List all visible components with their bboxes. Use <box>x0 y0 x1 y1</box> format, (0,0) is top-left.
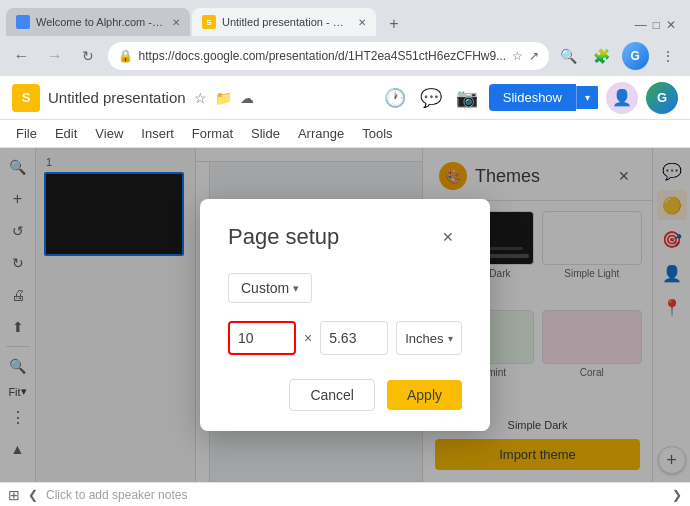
star-doc-icon[interactable]: ☆ <box>194 90 207 106</box>
custom-dropdown-label: Custom <box>241 280 289 296</box>
tab-bar: Welcome to Alphr.com - Google ... ✕ S Un… <box>0 0 690 36</box>
tab-favicon-2: S <box>202 15 216 29</box>
speaker-notes-text[interactable]: Click to add speaker notes <box>46 488 664 502</box>
app-container: S Untitled presentation ☆ 📁 ☁ 🕐 💬 📷 Slid… <box>0 76 690 506</box>
user-avatar[interactable]: G <box>646 82 678 114</box>
lock-icon: 🔒 <box>118 49 133 63</box>
menu-edit[interactable]: Edit <box>47 123 85 144</box>
grid-view-icon[interactable]: ⊞ <box>8 487 20 503</box>
menu-slide[interactable]: Slide <box>243 123 288 144</box>
tab-favicon-1 <box>16 15 30 29</box>
slideshow-button[interactable]: Slideshow <box>489 84 576 111</box>
slideshow-dropdown-button[interactable]: ▾ <box>576 86 598 109</box>
units-arrow: ▾ <box>448 333 453 344</box>
modal-header: Page setup ✕ <box>228 223 462 251</box>
tab-inactive[interactable]: Welcome to Alphr.com - Google ... ✕ <box>6 8 190 36</box>
apply-button[interactable]: Apply <box>387 380 462 410</box>
address-bar-row: ← → ↻ 🔒 https://docs.google.com/presenta… <box>0 36 690 76</box>
chrome-menu-icon[interactable]: ⋮ <box>655 42 682 70</box>
collapse-panel-icon[interactable]: ❮ <box>28 488 38 502</box>
comment-icon[interactable]: 💬 <box>417 84 445 112</box>
menu-tools[interactable]: Tools <box>354 123 400 144</box>
browser-chrome: Welcome to Alphr.com - Google ... ✕ S Un… <box>0 0 690 76</box>
tab-close-1[interactable]: ✕ <box>172 17 180 28</box>
custom-dropdown-arrow: ▾ <box>293 282 299 295</box>
units-label: Inches <box>405 331 443 346</box>
accounts-icon[interactable]: 👤 <box>606 82 638 114</box>
menu-arrange[interactable]: Arrange <box>290 123 352 144</box>
url-text: https://docs.google.com/presentation/d/1… <box>139 49 507 63</box>
extensions-icon[interactable]: 🧩 <box>588 42 615 70</box>
slides-actions: 🕐 💬 📷 Slideshow ▾ 👤 G <box>381 82 678 114</box>
tab-close-2[interactable]: ✕ <box>358 17 366 28</box>
dimension-separator: × <box>304 330 312 346</box>
forward-button[interactable]: → <box>41 42 68 70</box>
editor-area: 🔍 + ↺ ↻ 🖨 ⬆ 🔍 Fit▾ ⋮ ▲ 1 <box>0 148 690 482</box>
slideshow-button-group: Slideshow ▾ <box>489 84 598 111</box>
star-icon[interactable]: ☆ <box>512 49 523 63</box>
modal-close-button[interactable]: ✕ <box>434 223 462 251</box>
tab-active[interactable]: S Untitled presentation - Google S... ✕ <box>192 8 376 36</box>
custom-dropdown[interactable]: Custom ▾ <box>228 273 312 303</box>
units-dropdown[interactable]: Inches ▾ <box>396 321 461 355</box>
menu-format[interactable]: Format <box>184 123 241 144</box>
profile-avatar[interactable]: G <box>622 42 649 70</box>
width-input[interactable] <box>228 321 296 355</box>
back-button[interactable]: ← <box>8 42 35 70</box>
window-controls: — □ ✕ <box>635 18 684 36</box>
reload-button[interactable]: ↻ <box>74 42 101 70</box>
cloud-icon[interactable]: ☁ <box>240 90 254 106</box>
expand-panel-icon[interactable]: ❯ <box>672 488 682 502</box>
height-input[interactable] <box>320 321 388 355</box>
move-to-folder-icon[interactable]: 📁 <box>215 90 232 106</box>
close-button[interactable]: ✕ <box>666 18 676 32</box>
page-setup-modal: Page setup ✕ Custom ▾ × <box>200 199 490 431</box>
present-icon[interactable]: 📷 <box>453 84 481 112</box>
menu-insert[interactable]: Insert <box>133 123 182 144</box>
minimize-button[interactable]: — <box>635 18 647 32</box>
share-icon[interactable]: ↗ <box>529 49 539 63</box>
slides-header: S Untitled presentation ☆ 📁 ☁ 🕐 💬 📷 Slid… <box>0 76 690 120</box>
modal-title: Page setup <box>228 224 339 250</box>
tab-label-2: Untitled presentation - Google S... <box>222 16 352 28</box>
bottom-bar: ⊞ ❮ Click to add speaker notes ❯ <box>0 482 690 506</box>
dimension-row: × Inches ▾ <box>228 321 462 355</box>
modal-footer: Cancel Apply <box>228 379 462 411</box>
doc-title[interactable]: Untitled presentation <box>48 89 186 106</box>
cancel-button[interactable]: Cancel <box>289 379 375 411</box>
new-tab-button[interactable]: + <box>382 12 406 36</box>
address-bar[interactable]: 🔒 https://docs.google.com/presentation/d… <box>108 42 550 70</box>
menu-bar: File Edit View Insert Format Slide Arran… <box>0 120 690 148</box>
maximize-button[interactable]: □ <box>653 18 660 32</box>
modal-overlay: Page setup ✕ Custom ▾ × <box>0 148 690 482</box>
modal-body: Custom ▾ × Inches ▾ <box>228 273 462 355</box>
slides-logo: S <box>12 84 40 112</box>
search-icon[interactable]: 🔍 <box>555 42 582 70</box>
menu-file[interactable]: File <box>8 123 45 144</box>
tab-label-1: Welcome to Alphr.com - Google ... <box>36 16 166 28</box>
menu-view[interactable]: View <box>87 123 131 144</box>
history-icon[interactable]: 🕐 <box>381 84 409 112</box>
